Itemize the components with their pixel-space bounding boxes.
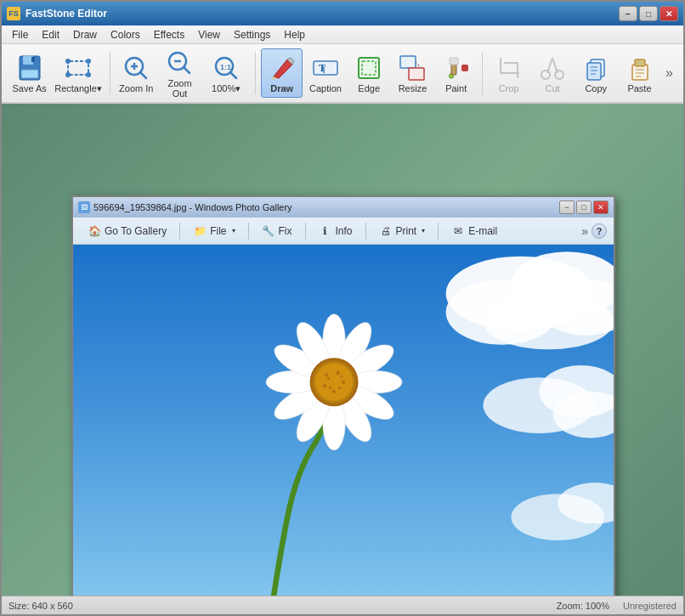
toolbar: Save As Rectangle▾: [2, 44, 683, 104]
print-icon: 🖨: [379, 224, 393, 238]
toolbar-resize[interactable]: Resize: [392, 48, 433, 98]
svg-point-81: [327, 377, 330, 380]
svg-line-37: [552, 58, 558, 73]
draw-icon: [269, 54, 296, 82]
toolbar-paint[interactable]: Paint: [435, 48, 477, 98]
menu-settings[interactable]: Settings: [227, 27, 277, 42]
info-icon: ℹ: [319, 224, 332, 238]
print-dropdown-arrow: ▾: [422, 227, 425, 235]
toolbar-rectangle[interactable]: Rectangle▾: [52, 48, 105, 98]
status-bar: Size: 640 x 560 Zoom: 100% Unregistered: [2, 596, 683, 614]
toolbar-copy[interactable]: Copy: [575, 48, 617, 98]
svg-rect-39: [587, 63, 601, 80]
photo-gallery-title: 596694_19539864.jpg - Windows Photo Gall…: [93, 202, 559, 212]
separator-1: [110, 52, 110, 94]
draw-label: Draw: [270, 83, 293, 93]
svg-point-79: [338, 387, 341, 389]
resize-label: Resize: [399, 83, 427, 93]
photo-close-button[interactable]: ✕: [593, 201, 609, 214]
svg-rect-4: [68, 61, 88, 75]
svg-text:1:1: 1:1: [220, 63, 231, 71]
separator-2: [255, 52, 256, 94]
svg-line-12: [140, 72, 146, 78]
menu-edit[interactable]: Edit: [35, 27, 66, 42]
cut-label: Cut: [545, 83, 559, 93]
svg-line-26: [416, 62, 421, 68]
svg-point-73: [325, 373, 328, 376]
minimize-button[interactable]: −: [619, 6, 637, 21]
toolbar-more[interactable]: »: [662, 62, 677, 84]
status-size: Size: 640 x 560: [8, 601, 557, 611]
photo-display: [73, 245, 614, 596]
photo-info-button[interactable]: ℹ Info: [311, 221, 360, 241]
svg-rect-44: [635, 59, 645, 66]
crop-icon: [495, 54, 523, 82]
svg-point-80: [340, 375, 342, 377]
close-button[interactable]: ✕: [660, 6, 678, 21]
toolbar-zoom-in[interactable]: Zoom In: [116, 48, 157, 98]
photo-toolbar-sep-5: [438, 223, 439, 240]
svg-text:T: T: [319, 62, 326, 74]
photo-email-button[interactable]: ✉ E-mail: [444, 221, 505, 241]
svg-rect-25: [409, 68, 424, 80]
menu-file[interactable]: File: [5, 27, 35, 42]
rectangle-label: Rectangle▾: [54, 83, 102, 94]
paste-icon: [626, 54, 653, 82]
toolbar-zoom-out[interactable]: Zoom Out: [159, 48, 201, 98]
save-as-label: Save As: [12, 83, 46, 93]
photo-help-button[interactable]: ?: [592, 223, 607, 239]
title-bar-buttons: − □ ✕: [619, 6, 678, 21]
menu-effects[interactable]: Effects: [147, 27, 191, 42]
toolbar-save-as[interactable]: Save As: [8, 48, 50, 98]
svg-point-7: [65, 72, 71, 77]
photo-print-button[interactable]: 🖨 Print ▾: [371, 221, 433, 241]
toolbar-caption[interactable]: T Caption: [304, 48, 346, 98]
svg-rect-2: [21, 70, 38, 78]
svg-point-77: [323, 384, 326, 387]
main-content: 🖼 596694_19539864.jpg - Windows Photo Ga…: [2, 104, 683, 596]
zoom-in-icon: [122, 54, 150, 82]
rectangle-icon: [65, 54, 92, 82]
copy-label: Copy: [585, 83, 607, 93]
svg-point-74: [336, 371, 339, 375]
photo-fix-button[interactable]: 🔧 Fix: [254, 221, 300, 241]
email-label: E-mail: [468, 225, 497, 237]
menu-view[interactable]: View: [191, 27, 227, 42]
toolbar-edge[interactable]: Edge: [348, 48, 390, 98]
cut-icon: [539, 54, 566, 82]
photo-toolbar-sep-3: [305, 223, 306, 240]
svg-point-8: [86, 72, 91, 77]
photo-toolbar-sep-2: [248, 223, 249, 240]
email-icon: ✉: [451, 224, 465, 238]
photo-maximize-button[interactable]: □: [576, 201, 592, 214]
edge-label: Edge: [358, 83, 380, 93]
menu-help[interactable]: Help: [277, 27, 312, 42]
svg-point-75: [342, 380, 345, 383]
paint-icon: [443, 54, 470, 82]
edge-icon: [355, 54, 382, 82]
svg-rect-29: [461, 65, 468, 71]
photo-toolbar-sep-4: [365, 223, 366, 240]
photo-toolbar-more[interactable]: »: [581, 224, 588, 238]
photo-goto-gallery-button[interactable]: 🏠 Go To Gallery: [80, 221, 174, 241]
goto-gallery-icon: 🏠: [88, 224, 101, 238]
svg-line-36: [547, 58, 552, 73]
toolbar-zoom-100[interactable]: 1:1 100%▾: [202, 48, 250, 98]
photo-toolbar: 🏠 Go To Gallery 📁 File ▾ 🔧 Fix ℹ Inf: [73, 218, 614, 245]
photo-file-button[interactable]: 📁 File ▾: [185, 221, 242, 241]
svg-point-6: [86, 59, 91, 64]
photo-minimize-button[interactable]: −: [559, 201, 575, 214]
menu-colors[interactable]: Colors: [104, 27, 147, 42]
toolbar-paste[interactable]: Paste: [619, 48, 660, 98]
file-icon: 📁: [193, 224, 207, 238]
paste-label: Paste: [627, 83, 651, 93]
status-registration: Unregistered: [623, 601, 677, 611]
toolbar-draw[interactable]: Draw: [261, 48, 303, 98]
photo-gallery-title-bar: 🖼 596694_19539864.jpg - Windows Photo Ga…: [73, 197, 614, 218]
svg-rect-3: [31, 57, 35, 62]
file-label: File: [210, 225, 226, 237]
goto-gallery-label: Go To Gallery: [105, 225, 167, 237]
menu-draw[interactable]: Draw: [66, 27, 104, 42]
maximize-button[interactable]: □: [639, 6, 658, 21]
caption-icon: T: [312, 54, 339, 82]
